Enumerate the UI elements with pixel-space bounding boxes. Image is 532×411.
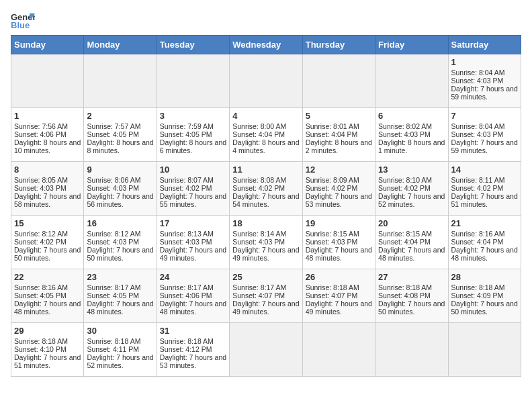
- sunset-text: Sunset: 4:05 PM: [14, 291, 81, 300]
- calendar-day-cell: 22Sunrise: 8:16 AMSunset: 4:05 PMDayligh…: [11, 269, 84, 323]
- day-number: 22: [14, 272, 81, 282]
- sunset-text: Sunset: 4:04 PM: [378, 238, 445, 246]
- calendar-day-cell: 5Sunrise: 8:01 AMSunset: 4:04 PMDaylight…: [302, 108, 375, 162]
- day-number: 29: [14, 326, 81, 336]
- daylight-text: Daylight: 7 hours and 51 minutes.: [451, 192, 518, 208]
- sunset-text: Sunset: 4:04 PM: [232, 130, 299, 138]
- day-number: 12: [306, 165, 372, 175]
- sunrise-text: Sunrise: 8:15 AM: [378, 230, 445, 238]
- daylight-text: Daylight: 7 hours and 51 minutes.: [14, 353, 81, 369]
- sunrise-text: Sunrise: 8:11 AM: [451, 176, 518, 184]
- calendar-day-cell: [230, 54, 302, 108]
- day-number: 16: [87, 218, 153, 228]
- sunrise-text: Sunrise: 8:18 AM: [378, 283, 445, 291]
- sunset-text: Sunset: 4:03 PM: [87, 238, 153, 246]
- calendar-day-cell: 14Sunrise: 8:11 AMSunset: 4:02 PMDayligh…: [448, 162, 521, 216]
- sunrise-text: Sunrise: 8:18 AM: [306, 283, 372, 291]
- sunset-text: Sunset: 4:04 PM: [306, 130, 372, 138]
- sunrise-text: Sunrise: 8:06 AM: [87, 176, 153, 184]
- day-of-week-header: Wednesday: [230, 36, 302, 54]
- day-number: 15: [14, 218, 81, 228]
- sunset-text: Sunset: 4:02 PM: [451, 184, 518, 192]
- calendar-day-cell: [230, 323, 302, 377]
- daylight-text: Daylight: 7 hours and 52 minutes.: [378, 192, 445, 208]
- sunset-text: Sunset: 4:05 PM: [160, 130, 226, 138]
- sunset-text: Sunset: 4:06 PM: [14, 130, 81, 138]
- sunrise-text: Sunrise: 8:12 AM: [87, 230, 153, 238]
- calendar-header-row: SundayMondayTuesdayWednesdayThursdayFrid…: [11, 36, 521, 54]
- logo-icon: General Blue: [11, 11, 35, 30]
- calendar-day-cell: 2Sunrise: 7:57 AMSunset: 4:05 PMDaylight…: [84, 108, 157, 162]
- calendar-day-cell: [302, 54, 375, 108]
- calendar-day-cell: 30Sunrise: 8:18 AMSunset: 4:11 PMDayligh…: [84, 323, 157, 377]
- daylight-text: Daylight: 7 hours and 49 minutes.: [232, 246, 299, 262]
- sunset-text: Sunset: 4:03 PM: [232, 238, 299, 246]
- sunrise-text: Sunrise: 8:16 AM: [14, 283, 81, 291]
- calendar-day-cell: [84, 54, 157, 108]
- calendar-day-cell: 26Sunrise: 8:18 AMSunset: 4:07 PMDayligh…: [302, 269, 375, 323]
- sunset-text: Sunset: 4:09 PM: [451, 291, 518, 300]
- svg-text:Blue: Blue: [11, 20, 30, 30]
- sunrise-text: Sunrise: 8:16 AM: [451, 230, 518, 238]
- daylight-text: Daylight: 7 hours and 49 minutes.: [232, 300, 299, 316]
- day-number: 10: [160, 165, 226, 175]
- day-number: 1: [451, 57, 518, 67]
- sunset-text: Sunset: 4:02 PM: [14, 238, 81, 246]
- sunset-text: Sunset: 4:07 PM: [232, 291, 299, 300]
- calendar-day-cell: 25Sunrise: 8:17 AMSunset: 4:07 PMDayligh…: [230, 269, 302, 323]
- sunset-text: Sunset: 4:03 PM: [87, 184, 153, 192]
- sunrise-text: Sunrise: 8:02 AM: [378, 122, 445, 130]
- page-header: General Blue: [11, 11, 521, 30]
- day-number: 24: [160, 272, 226, 282]
- sunset-text: Sunset: 4:03 PM: [160, 238, 226, 246]
- calendar-day-cell: 9Sunrise: 8:06 AMSunset: 4:03 PMDaylight…: [84, 162, 157, 216]
- day-number: 27: [378, 272, 445, 282]
- daylight-text: Daylight: 7 hours and 53 minutes.: [306, 192, 372, 208]
- day-number: 11: [232, 165, 299, 175]
- sunset-text: Sunset: 4:11 PM: [87, 345, 153, 353]
- calendar-day-cell: 18Sunrise: 8:14 AMSunset: 4:03 PMDayligh…: [230, 216, 302, 269]
- sunset-text: Sunset: 4:06 PM: [160, 291, 226, 300]
- daylight-text: Daylight: 7 hours and 48 minutes.: [378, 246, 445, 262]
- sunrise-text: Sunrise: 8:15 AM: [306, 230, 372, 238]
- calendar-day-cell: [157, 54, 229, 108]
- sunset-text: Sunset: 4:03 PM: [451, 77, 518, 85]
- calendar-week-row: 22Sunrise: 8:16 AMSunset: 4:05 PMDayligh…: [11, 269, 521, 323]
- daylight-text: Daylight: 8 hours and 8 minutes.: [87, 138, 153, 154]
- sunrise-text: Sunrise: 8:18 AM: [451, 283, 518, 291]
- daylight-text: Daylight: 7 hours and 48 minutes.: [160, 300, 226, 316]
- daylight-text: Daylight: 7 hours and 59 minutes.: [451, 85, 518, 101]
- day-of-week-header: Thursday: [302, 36, 375, 54]
- calendar-day-cell: [448, 323, 521, 377]
- day-number: 31: [160, 326, 226, 336]
- calendar-week-row: 1Sunrise: 7:56 AMSunset: 4:06 PMDaylight…: [11, 108, 521, 162]
- day-number: 7: [451, 111, 518, 121]
- calendar-week-row: 1Sunrise: 8:04 AMSunset: 4:03 PMDaylight…: [11, 54, 521, 108]
- calendar-day-cell: 4Sunrise: 8:00 AMSunset: 4:04 PMDaylight…: [230, 108, 302, 162]
- day-number: 1: [14, 111, 81, 121]
- sunset-text: Sunset: 4:02 PM: [232, 184, 299, 192]
- day-of-week-header: Friday: [375, 36, 448, 54]
- sunrise-text: Sunrise: 7:56 AM: [14, 122, 81, 130]
- sunrise-text: Sunrise: 8:12 AM: [14, 230, 81, 238]
- calendar-day-cell: 19Sunrise: 8:15 AMSunset: 4:03 PMDayligh…: [302, 216, 375, 269]
- daylight-text: Daylight: 8 hours and 1 minute.: [378, 138, 445, 154]
- day-of-week-header: Saturday: [448, 36, 521, 54]
- day-number: 19: [306, 218, 372, 228]
- sunset-text: Sunset: 4:03 PM: [306, 238, 372, 246]
- calendar-table: SundayMondayTuesdayWednesdayThursdayFrid…: [11, 35, 521, 377]
- daylight-text: Daylight: 8 hours and 2 minutes.: [306, 138, 372, 154]
- calendar-day-cell: 3Sunrise: 7:59 AMSunset: 4:05 PMDaylight…: [157, 108, 229, 162]
- calendar-day-cell: [375, 323, 448, 377]
- day-number: 13: [378, 165, 445, 175]
- calendar-day-cell: 17Sunrise: 8:13 AMSunset: 4:03 PMDayligh…: [157, 216, 229, 269]
- daylight-text: Daylight: 7 hours and 58 minutes.: [14, 192, 81, 208]
- daylight-text: Daylight: 7 hours and 49 minutes.: [160, 246, 226, 262]
- sunrise-text: Sunrise: 7:57 AM: [87, 122, 153, 130]
- daylight-text: Daylight: 7 hours and 50 minutes.: [451, 300, 518, 316]
- day-number: 30: [87, 326, 153, 336]
- sunset-text: Sunset: 4:07 PM: [306, 291, 372, 300]
- daylight-text: Daylight: 7 hours and 49 minutes.: [306, 300, 372, 316]
- sunrise-text: Sunrise: 8:18 AM: [14, 337, 81, 345]
- sunrise-text: Sunrise: 8:00 AM: [232, 122, 299, 130]
